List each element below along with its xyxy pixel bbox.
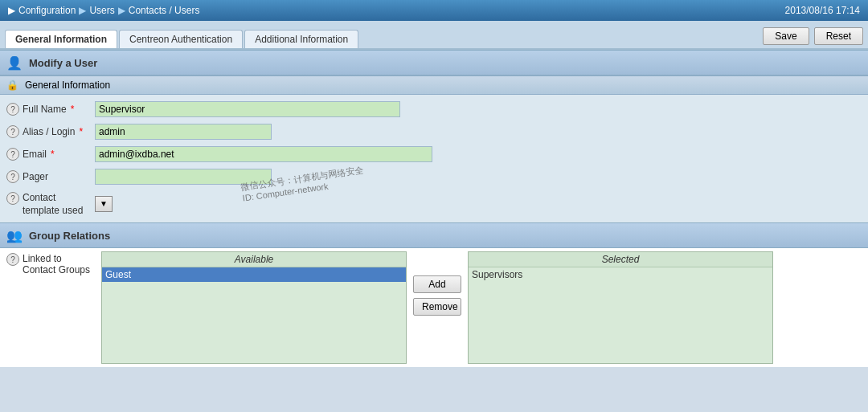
modify-user-header: 👤 Modify a User — [0, 50, 868, 75]
tabs-row: General Information Centreon Authenticat… — [0, 21, 868, 48]
breadcrumb-contacts[interactable]: Contacts / Users — [129, 5, 200, 16]
modify-user-title: Modify a User — [29, 57, 97, 69]
email-label: ? Email* — [6, 148, 95, 161]
selected-header: Selected — [469, 252, 772, 267]
contact-template-help-icon[interactable]: ? — [6, 192, 19, 205]
pager-help-icon[interactable]: ? — [6, 170, 19, 183]
contact-template-row: ? Contact template used ▼ — [0, 188, 868, 219]
alias-help-icon[interactable]: ? — [6, 125, 19, 138]
tab-content: 👤 Modify a User 🔒 General Information ? … — [0, 48, 868, 367]
reset-button[interactable]: Reset — [814, 27, 863, 45]
pager-input[interactable] — [95, 169, 272, 185]
tab-additional-information[interactable]: Additional Information — [244, 30, 358, 48]
top-bar: ▶ Configuration ▶ Users ▶ Contacts / Use… — [0, 0, 868, 21]
alias-login-label: ? Alias / Login* — [6, 125, 95, 138]
breadcrumb: ▶ Configuration ▶ Users ▶ Contacts / Use… — [8, 5, 199, 16]
available-list[interactable]: Guest — [102, 267, 406, 363]
save-button[interactable]: Save — [763, 27, 809, 45]
email-input[interactable] — [95, 146, 432, 162]
full-name-row: ? Full Name* — [0, 98, 868, 120]
group-icon: 👥 — [6, 227, 23, 243]
list-item[interactable]: Supervisors — [469, 267, 772, 282]
timestamp: 2013/08/16 17:14 — [785, 5, 860, 16]
info-icon: 🔒 — [6, 80, 18, 91]
group-relations-title: Group Relations — [29, 230, 110, 242]
linked-label: ? Linked to Contact Groups — [6, 251, 95, 275]
alias-login-input[interactable] — [95, 124, 272, 140]
remove-button[interactable]: Remove — [413, 298, 461, 316]
tabs-left: General Information Centreon Authenticat… — [5, 30, 358, 48]
alias-login-row: ? Alias / Login* — [0, 120, 868, 143]
tab-centreon-authentication[interactable]: Centreon Authentication — [119, 30, 243, 48]
form-area: ? Full Name* ? Alias / Login* ? Email* — [0, 95, 868, 222]
general-info-header: 🔒 General Information — [0, 75, 868, 95]
email-row: ? Email* — [0, 143, 868, 165]
group-relations-header: 👥 Group Relations — [0, 222, 868, 248]
selected-panel: Selected Supervisors — [468, 251, 773, 364]
full-name-input[interactable] — [95, 101, 400, 117]
pager-row: ? Pager — [0, 165, 868, 188]
arrow-icon: ▶ — [8, 5, 15, 16]
breadcrumb-users[interactable]: Users — [89, 5, 114, 16]
add-remove-column: Add Remove — [413, 251, 461, 316]
list-item[interactable]: Guest — [102, 267, 406, 282]
full-name-label: ? Full Name* — [6, 103, 95, 116]
user-icon: 👤 — [6, 55, 23, 71]
email-help-icon[interactable]: ? — [6, 148, 19, 161]
linked-help-icon[interactable]: ? — [6, 253, 19, 266]
pager-label: ? Pager — [6, 170, 95, 183]
breadcrumb-config[interactable]: Configuration — [18, 5, 76, 16]
available-header: Available — [102, 252, 406, 267]
full-name-help-icon[interactable]: ? — [6, 103, 19, 116]
add-button[interactable]: Add — [413, 275, 461, 293]
tabs-right: Save Reset — [763, 27, 863, 48]
linked-contact-groups-row: ? Linked to Contact Groups Available Gue… — [0, 248, 868, 367]
general-info-title: General Information — [25, 80, 110, 91]
tab-general-information[interactable]: General Information — [5, 30, 117, 48]
contact-template-dropdown[interactable]: ▼ — [95, 196, 113, 212]
available-panel: Available Guest — [101, 251, 407, 364]
selected-list[interactable]: Supervisors — [469, 267, 772, 363]
contact-template-label: ? Contact template used — [6, 190, 95, 217]
